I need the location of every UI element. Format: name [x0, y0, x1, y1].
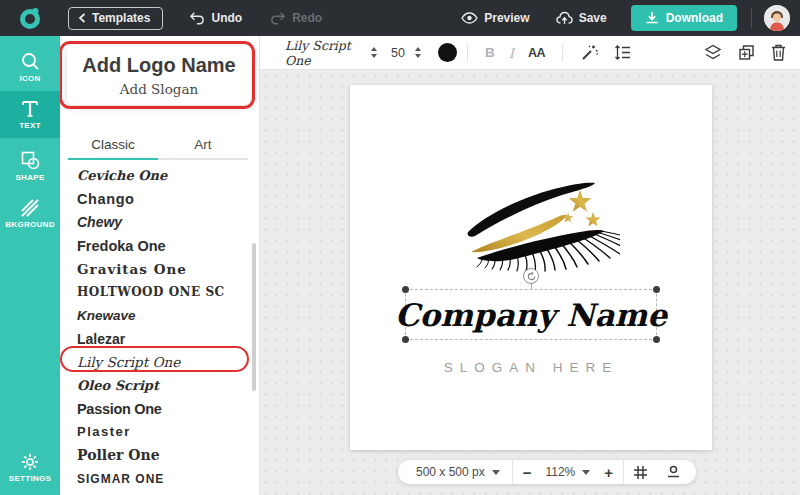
rotate-icon: [527, 272, 536, 281]
undo-button[interactable]: Undo: [189, 11, 242, 25]
search-icon: [21, 52, 40, 71]
sidebar-item-bkground[interactable]: BKGROUND: [0, 190, 60, 237]
text-icon: [21, 100, 39, 118]
sidebar-item-label: BKGROUND: [5, 220, 55, 229]
font-tabs: Classic Art: [68, 132, 248, 160]
toolbar-divider: [467, 44, 468, 62]
selection-handle-bottom-left[interactable]: [402, 336, 409, 343]
sidebar-item-label: SHAPE: [15, 173, 44, 182]
font-family-value: Lily Script One: [285, 38, 363, 68]
selection-handle-bottom-right[interactable]: [653, 336, 660, 343]
download-button[interactable]: Download: [631, 5, 737, 31]
magic-wand-icon: [581, 44, 598, 61]
preview-label: Preview: [484, 11, 529, 25]
font-item-poller-one[interactable]: Poller One: [60, 444, 260, 467]
zoom-out-button[interactable]: −: [513, 464, 542, 481]
chevron-left-icon: [78, 13, 86, 23]
font-list-scrollbar[interactable]: [252, 243, 256, 391]
tab-classic[interactable]: Classic: [68, 132, 158, 158]
font-item-holtwood-one-sc[interactable]: HOLTWOOD ONE SC: [60, 280, 260, 303]
eyelash-logo-graphic[interactable]: [455, 170, 620, 285]
font-item-knewave[interactable]: Knewave: [60, 304, 260, 327]
tab-art[interactable]: Art: [158, 132, 248, 158]
font-list: Ceviche One Chango Chewy Fredoka One Gra…: [60, 164, 260, 490]
sidebar-item-settings[interactable]: SETTINGS: [0, 444, 60, 491]
duplicate-button[interactable]: [730, 44, 763, 61]
line-spacing-button[interactable]: [606, 45, 639, 60]
position-anchor-icon: [666, 465, 681, 479]
font-item-fredoka-one[interactable]: Fredoka One: [60, 234, 260, 257]
canvas-area[interactable]: Company Name SLOGAN HERE 500 x 500 px − …: [260, 70, 800, 495]
canvas-size-dropdown[interactable]: 500 x 500 px: [404, 465, 512, 479]
font-item-sigmar-one[interactable]: Sigmar One: [60, 467, 260, 490]
layers-icon: [704, 44, 722, 61]
brand-logo[interactable]: [0, 6, 60, 31]
caret-down-icon: [582, 470, 590, 475]
undo-label: Undo: [211, 11, 242, 25]
bold-button[interactable]: B: [478, 45, 502, 60]
font-item-passion-one[interactable]: Passion One: [60, 397, 260, 420]
font-item-chango[interactable]: Chango: [60, 187, 260, 210]
redo-icon: [270, 11, 286, 25]
text-panel: Add Logo Name Add Slogan Classic Art Cev…: [60, 36, 260, 495]
canvas-status-bar: 500 x 500 px − 112% +: [398, 460, 696, 484]
italic-button[interactable]: I: [502, 45, 521, 61]
font-size-stepper[interactable]: [415, 47, 421, 58]
add-slogan-field[interactable]: Add Slogan: [120, 81, 198, 97]
user-avatar[interactable]: [764, 5, 790, 31]
layer-order-button[interactable]: [696, 44, 730, 61]
star-icons: [563, 190, 601, 227]
sidebar-item-label: ICON: [19, 74, 40, 83]
zoom-level-dropdown[interactable]: 112%: [541, 465, 594, 479]
grid-icon: [633, 465, 648, 480]
caret-down-icon: [492, 470, 500, 475]
sidebar-item-label: SETTINGS: [9, 474, 51, 483]
effects-wand-button[interactable]: [573, 44, 606, 61]
text-toolbar: Lily Script One 50 B I AA: [260, 36, 800, 70]
text-color-swatch[interactable]: [438, 43, 457, 62]
sidebar-item-shape[interactable]: SHAPE: [0, 143, 60, 190]
selection-handle-top-left[interactable]: [402, 286, 409, 293]
redo-label: Redo: [292, 11, 322, 25]
artboard[interactable]: Company Name SLOGAN HERE: [350, 85, 712, 450]
sidebar-item-icon[interactable]: ICON: [0, 44, 60, 91]
gear-icon: [21, 453, 39, 471]
font-item-lily-script-one[interactable]: Lily Script One: [60, 350, 260, 373]
font-item-lalezar[interactable]: Lalezar: [60, 327, 260, 350]
rotate-handle[interactable]: [523, 268, 539, 284]
preview-eye-icon: [461, 12, 478, 24]
save-button[interactable]: Save: [556, 11, 607, 25]
company-name-text[interactable]: Company Name: [395, 297, 667, 333]
font-size-value: 50: [391, 46, 405, 60]
sidebar-item-text[interactable]: TEXT: [0, 91, 60, 138]
slogan-here-text[interactable]: SLOGAN HERE: [350, 360, 712, 375]
save-cloud-icon: [556, 11, 573, 25]
font-size-select[interactable]: 50: [391, 46, 421, 60]
zoom-level-value: 112%: [545, 465, 575, 479]
font-family-select[interactable]: Lily Script One: [285, 38, 377, 68]
font-item-ceviche-one[interactable]: Ceviche One: [60, 164, 260, 187]
font-item-plaster[interactable]: Plaster: [60, 420, 260, 443]
selection-handle-top-right[interactable]: [653, 286, 660, 293]
add-logo-name-field[interactable]: Add Logo Name: [82, 54, 235, 77]
position-button[interactable]: [657, 465, 690, 479]
toolbar-divider: [562, 44, 563, 62]
font-item-gravitas-one[interactable]: Gravitas One: [60, 257, 260, 280]
preview-button[interactable]: Preview: [461, 11, 529, 25]
font-item-oleo-script[interactable]: Oleo Script: [60, 374, 260, 397]
avatar-person-icon: [764, 5, 790, 31]
shapes-icon: [21, 151, 40, 170]
text-selection-box[interactable]: Company Name: [405, 289, 657, 340]
duplicate-icon: [738, 44, 755, 61]
font-item-chewy[interactable]: Chewy: [60, 211, 260, 234]
font-family-stepper[interactable]: [371, 47, 377, 58]
templates-button[interactable]: Templates: [68, 7, 163, 30]
letter-case-button[interactable]: AA: [521, 46, 552, 60]
redo-button[interactable]: Redo: [270, 11, 322, 25]
grid-toggle-button[interactable]: [624, 465, 657, 480]
canvas-size-value: 500 x 500 px: [416, 465, 485, 479]
brand-logo-icon: [18, 6, 43, 31]
zoom-in-button[interactable]: +: [594, 464, 623, 481]
delete-button[interactable]: [763, 44, 794, 61]
save-label: Save: [579, 11, 607, 25]
